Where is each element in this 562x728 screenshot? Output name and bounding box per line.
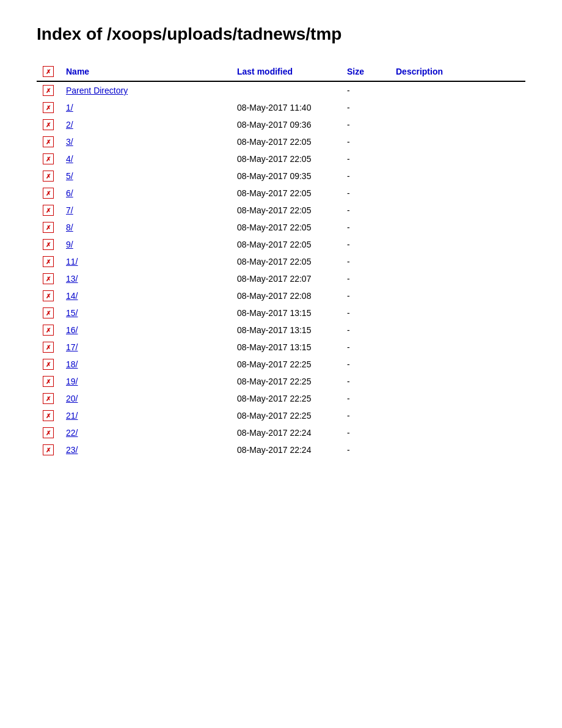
directory-link[interactable]: 9/ — [66, 240, 73, 249]
folder-icon: ✗ — [43, 153, 54, 164]
row-size-cell: - — [341, 253, 390, 270]
directory-link[interactable]: 8/ — [66, 222, 73, 232]
row-size-cell: - — [341, 339, 390, 356]
name-header[interactable]: Name — [60, 62, 231, 81]
table-row: ✗4/08-May-2017 22:05- — [37, 150, 525, 167]
last-modified-sort-link[interactable]: Last modified — [237, 67, 293, 76]
table-row: ✗17/08-May-2017 13:15- — [37, 339, 525, 356]
description-sort-link[interactable]: Description — [396, 67, 443, 76]
row-name-cell[interactable]: 15/ — [60, 304, 231, 322]
row-description-cell — [390, 407, 525, 424]
row-size-cell: - — [341, 407, 390, 424]
size-sort-link[interactable]: Size — [347, 67, 364, 76]
size-header[interactable]: Size — [341, 62, 390, 81]
row-icon-cell: ✗ — [37, 185, 60, 202]
directory-link[interactable]: 3/ — [66, 137, 73, 147]
directory-link[interactable]: 6/ — [66, 188, 73, 198]
table-row: ✗2/08-May-2017 09:36- — [37, 116, 525, 133]
row-last-modified-cell: 08-May-2017 22:25 — [231, 390, 341, 407]
table-row: ✗6/08-May-2017 22:05- — [37, 185, 525, 202]
row-size-cell: - — [341, 322, 390, 339]
row-name-cell[interactable]: 4/ — [60, 150, 231, 167]
row-last-modified-cell: 08-May-2017 22:24 — [231, 424, 341, 441]
row-icon-cell: ✗ — [37, 339, 60, 356]
table-row: ✗9/08-May-2017 22:05- — [37, 236, 525, 253]
folder-icon: ✗ — [43, 205, 54, 216]
directory-link[interactable]: 18/ — [66, 359, 78, 369]
row-name-cell[interactable]: 7/ — [60, 202, 231, 219]
directory-link[interactable]: Parent Directory — [66, 86, 128, 95]
row-description-cell — [390, 133, 525, 150]
folder-icon: ✗ — [43, 325, 54, 336]
directory-link[interactable]: 13/ — [66, 274, 78, 284]
folder-icon: ✗ — [43, 359, 54, 370]
last-modified-header[interactable]: Last modified — [231, 62, 341, 81]
directory-link[interactable]: 19/ — [66, 377, 78, 386]
row-name-cell[interactable]: 13/ — [60, 270, 231, 287]
directory-link[interactable]: 21/ — [66, 411, 78, 421]
row-name-cell[interactable]: 14/ — [60, 287, 231, 304]
directory-link[interactable]: 20/ — [66, 394, 78, 403]
row-name-cell[interactable]: 6/ — [60, 185, 231, 202]
row-name-cell[interactable]: 20/ — [60, 390, 231, 407]
row-icon-cell: ✗ — [37, 424, 60, 441]
row-size-cell: - — [341, 424, 390, 441]
directory-link[interactable]: 23/ — [66, 445, 78, 455]
row-name-cell[interactable]: 9/ — [60, 236, 231, 253]
row-name-cell[interactable]: 3/ — [60, 133, 231, 150]
row-name-cell[interactable]: 1/ — [60, 99, 231, 116]
row-last-modified-cell: 08-May-2017 09:35 — [231, 167, 341, 185]
row-name-cell[interactable]: 17/ — [60, 339, 231, 356]
table-row: ✗18/08-May-2017 22:25- — [37, 356, 525, 373]
row-description-cell — [390, 116, 525, 133]
row-last-modified-cell: 08-May-2017 22:25 — [231, 356, 341, 373]
directory-link[interactable]: 4/ — [66, 154, 73, 164]
row-name-cell[interactable]: 11/ — [60, 253, 231, 270]
row-size-cell: - — [341, 219, 390, 236]
row-last-modified-cell: 08-May-2017 11:40 — [231, 99, 341, 116]
row-name-cell[interactable]: 5/ — [60, 167, 231, 185]
row-name-cell[interactable]: 16/ — [60, 322, 231, 339]
row-name-cell[interactable]: 18/ — [60, 356, 231, 373]
page-title: Index of /xoops/uploads/tadnews/tmp — [37, 24, 525, 44]
directory-link[interactable]: 22/ — [66, 428, 78, 438]
row-size-cell: - — [341, 390, 390, 407]
row-last-modified-cell: 08-May-2017 22:05 — [231, 133, 341, 150]
directory-link[interactable]: 7/ — [66, 205, 73, 215]
row-size-cell: - — [341, 150, 390, 167]
name-sort-link[interactable]: Name — [66, 67, 89, 76]
row-last-modified-cell: 08-May-2017 13:15 — [231, 304, 341, 322]
row-name-cell[interactable]: Parent Directory — [60, 81, 231, 99]
directory-link[interactable]: 11/ — [66, 257, 78, 267]
directory-link[interactable]: 15/ — [66, 308, 78, 318]
row-name-cell[interactable]: 23/ — [60, 441, 231, 458]
row-name-cell[interactable]: 19/ — [60, 373, 231, 390]
folder-icon: ✗ — [43, 239, 54, 250]
directory-link[interactable]: 5/ — [66, 171, 73, 181]
directory-link[interactable]: 1/ — [66, 103, 73, 112]
row-name-cell[interactable]: 22/ — [60, 424, 231, 441]
row-icon-cell: ✗ — [37, 253, 60, 270]
row-size-cell: - — [341, 236, 390, 253]
row-name-cell[interactable]: 8/ — [60, 219, 231, 236]
row-last-modified-cell: 08-May-2017 22:05 — [231, 185, 341, 202]
directory-link[interactable]: 17/ — [66, 342, 78, 352]
row-icon-cell: ✗ — [37, 81, 60, 99]
table-row: ✗1/08-May-2017 11:40- — [37, 99, 525, 116]
description-header[interactable]: Description — [390, 62, 525, 81]
row-name-cell[interactable]: 21/ — [60, 407, 231, 424]
directory-link[interactable]: 14/ — [66, 291, 78, 301]
row-description-cell — [390, 150, 525, 167]
row-name-cell[interactable]: 2/ — [60, 116, 231, 133]
row-size-cell: - — [341, 202, 390, 219]
table-row: ✗Parent Directory- — [37, 81, 525, 99]
row-icon-cell: ✗ — [37, 407, 60, 424]
table-row: ✗5/08-May-2017 09:35- — [37, 167, 525, 185]
row-icon-cell: ✗ — [37, 99, 60, 116]
directory-link[interactable]: 16/ — [66, 325, 78, 335]
directory-link[interactable]: 2/ — [66, 120, 73, 130]
folder-icon: ✗ — [43, 256, 54, 267]
row-icon-cell: ✗ — [37, 236, 60, 253]
row-size-cell: - — [341, 167, 390, 185]
row-icon-cell: ✗ — [37, 270, 60, 287]
